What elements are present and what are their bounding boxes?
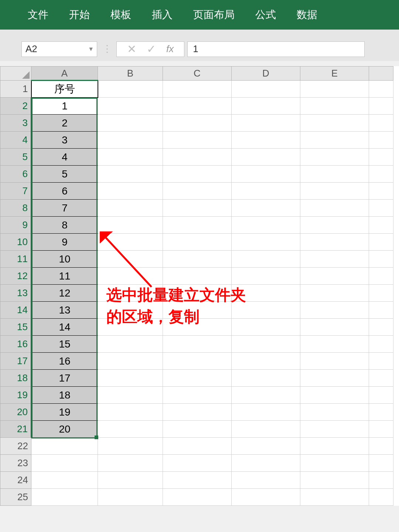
cell[interactable]	[369, 353, 393, 370]
cell[interactable]	[300, 489, 369, 506]
cell[interactable]: 18	[31, 387, 98, 404]
cell[interactable]	[300, 132, 369, 149]
cell[interactable]	[163, 472, 232, 489]
cell[interactable]	[31, 455, 98, 472]
cell[interactable]	[163, 149, 232, 166]
cell[interactable]	[300, 370, 369, 387]
cell[interactable]: 3	[31, 132, 98, 149]
row-header[interactable]: 13	[0, 285, 31, 302]
cell[interactable]	[369, 455, 393, 472]
cell[interactable]	[300, 98, 369, 115]
cell[interactable]	[98, 472, 163, 489]
cell[interactable]	[300, 200, 369, 217]
cell[interactable]: 19	[31, 404, 98, 421]
cell[interactable]: 序号	[31, 81, 98, 98]
cell[interactable]: 20	[31, 421, 98, 438]
row-header[interactable]: 5	[0, 149, 31, 166]
column-header-partial[interactable]	[369, 67, 393, 81]
fx-icon[interactable]: fx	[161, 43, 179, 55]
cell[interactable]	[300, 166, 369, 183]
cell[interactable]	[369, 166, 393, 183]
cell[interactable]: 12	[31, 285, 98, 302]
row-header[interactable]: 11	[0, 251, 31, 268]
cell[interactable]	[369, 200, 393, 217]
cell[interactable]: 15	[31, 336, 98, 353]
cell[interactable]	[98, 489, 163, 506]
row-header[interactable]: 2	[0, 98, 31, 115]
cell[interactable]	[232, 404, 300, 421]
cell[interactable]	[232, 115, 300, 132]
column-header-D[interactable]: D	[232, 67, 300, 81]
ribbon-tab-insert[interactable]: 插入	[141, 0, 183, 30]
cell[interactable]	[232, 319, 300, 336]
cell[interactable]	[300, 149, 369, 166]
row-header[interactable]: 8	[0, 200, 31, 217]
cell[interactable]	[163, 251, 232, 268]
cell[interactable]	[369, 183, 393, 200]
cell[interactable]	[300, 217, 369, 234]
cell[interactable]	[369, 472, 393, 489]
cell[interactable]	[300, 268, 369, 285]
cell[interactable]	[232, 234, 300, 251]
cell[interactable]	[300, 319, 369, 336]
cell[interactable]	[98, 217, 163, 234]
cell[interactable]	[300, 387, 369, 404]
cell[interactable]	[369, 115, 393, 132]
cell[interactable]	[98, 404, 163, 421]
cell[interactable]	[232, 455, 300, 472]
ribbon-tab-layout[interactable]: 页面布局	[183, 0, 245, 30]
cell[interactable]	[163, 81, 232, 98]
cell[interactable]	[300, 183, 369, 200]
ribbon-tab-data[interactable]: 数据	[286, 0, 328, 30]
cell[interactable]	[369, 132, 393, 149]
cell[interactable]	[232, 336, 300, 353]
cell[interactable]: 16	[31, 353, 98, 370]
cell[interactable]	[300, 302, 369, 319]
cell[interactable]	[98, 251, 163, 268]
cell[interactable]	[300, 115, 369, 132]
cell[interactable]	[98, 438, 163, 455]
name-box[interactable]: A2 ▼	[21, 41, 97, 57]
cell[interactable]	[300, 455, 369, 472]
cell[interactable]	[163, 217, 232, 234]
cell[interactable]	[98, 319, 163, 336]
cell[interactable]	[232, 472, 300, 489]
cell[interactable]	[232, 81, 300, 98]
cell[interactable]	[31, 438, 98, 455]
cell[interactable]	[98, 302, 163, 319]
select-all-corner[interactable]	[0, 67, 31, 81]
column-header-B[interactable]: B	[98, 67, 163, 81]
column-header-A[interactable]: A	[31, 67, 98, 81]
row-header[interactable]: 15	[0, 319, 31, 336]
cancel-icon[interactable]: ✕	[122, 43, 141, 55]
cell[interactable]	[163, 336, 232, 353]
row-header[interactable]: 22	[0, 438, 31, 455]
row-header[interactable]: 16	[0, 336, 31, 353]
row-header[interactable]: 14	[0, 302, 31, 319]
cell[interactable]	[369, 251, 393, 268]
cell[interactable]: 6	[31, 183, 98, 200]
cell[interactable]	[232, 438, 300, 455]
row-header[interactable]: 25	[0, 489, 31, 506]
cell[interactable]	[98, 81, 163, 98]
cell[interactable]: 2	[31, 115, 98, 132]
cell[interactable]	[369, 234, 393, 251]
cell[interactable]	[232, 183, 300, 200]
cell[interactable]	[232, 217, 300, 234]
dropdown-arrow-icon[interactable]: ▼	[88, 46, 94, 52]
cell[interactable]	[369, 319, 393, 336]
cell[interactable]	[232, 149, 300, 166]
row-header[interactable]: 12	[0, 268, 31, 285]
cell[interactable]	[163, 387, 232, 404]
cell[interactable]	[232, 353, 300, 370]
cell[interactable]	[369, 149, 393, 166]
cell[interactable]	[369, 336, 393, 353]
cell[interactable]	[98, 370, 163, 387]
column-header-C[interactable]: C	[163, 67, 232, 81]
row-header[interactable]: 4	[0, 132, 31, 149]
cell[interactable]	[369, 370, 393, 387]
ribbon-tab-formula[interactable]: 公式	[245, 0, 286, 30]
cell[interactable]	[163, 285, 232, 302]
cell[interactable]	[232, 200, 300, 217]
cell[interactable]	[232, 285, 300, 302]
